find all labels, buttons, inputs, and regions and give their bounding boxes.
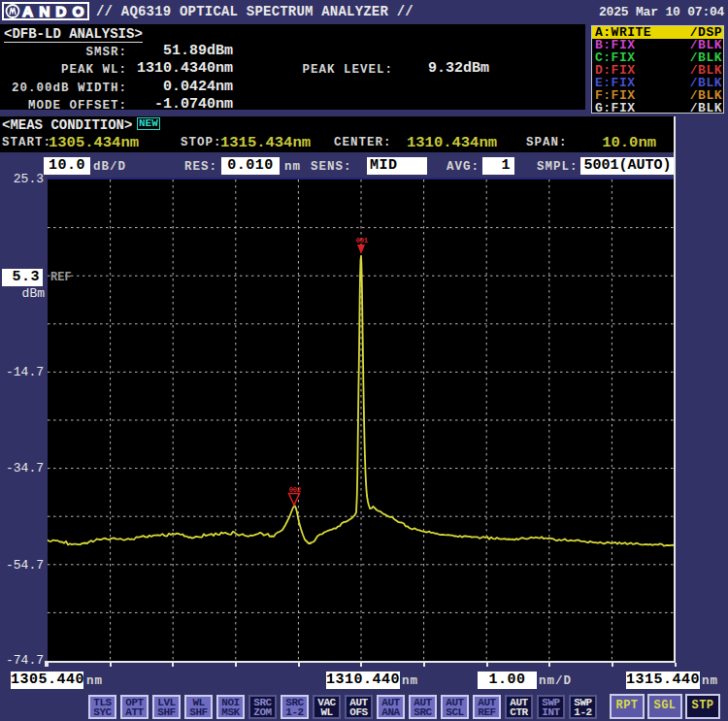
svg-text:ANDO: ANDO (22, 3, 84, 19)
svg-text:002: 002 (289, 486, 302, 494)
svg-text:REF: REF (50, 271, 72, 284)
svg-text:001: 001 (356, 237, 369, 245)
